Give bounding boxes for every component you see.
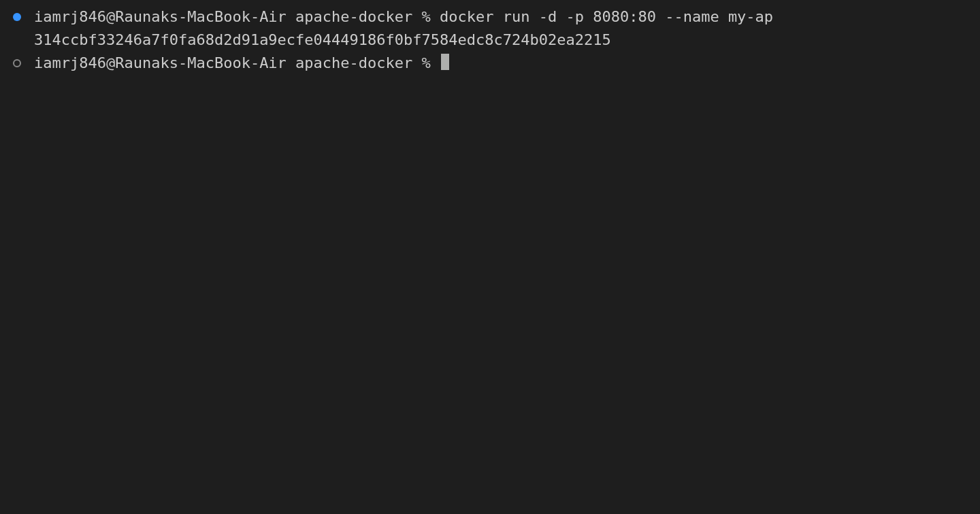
shell-prompt: iamrj846@Raunaks-MacBook-Air apache-dock… [34, 8, 440, 25]
terminal-cursor [441, 54, 449, 70]
prompt-marker-icon [13, 59, 21, 67]
shell-command: docker run -d -p 8080:80 --name my-ap [440, 8, 773, 25]
terminal-line-content: iamrj846@Raunaks-MacBook-Air apache-dock… [34, 5, 773, 29]
terminal-panel[interactable]: iamrj846@Raunaks-MacBook-Air apache-dock… [0, 5, 980, 509]
shell-prompt: iamrj846@Raunaks-MacBook-Air apache-dock… [34, 54, 440, 71]
gutter [0, 5, 34, 21]
terminal-command-line: iamrj846@Raunaks-MacBook-Air apache-dock… [0, 5, 980, 29]
command-marker-icon [13, 13, 21, 21]
container-hash-output: 314ccbf33246a7f0fa68d2d91a9ecfe04449186f… [34, 31, 611, 48]
terminal-output-line: 314ccbf33246a7f0fa68d2d91a9ecfe04449186f… [0, 29, 980, 52]
terminal-line-content: iamrj846@Raunaks-MacBook-Air apache-dock… [34, 52, 449, 75]
gutter [0, 52, 34, 67]
terminal-prompt-line[interactable]: iamrj846@Raunaks-MacBook-Air apache-dock… [0, 52, 980, 75]
